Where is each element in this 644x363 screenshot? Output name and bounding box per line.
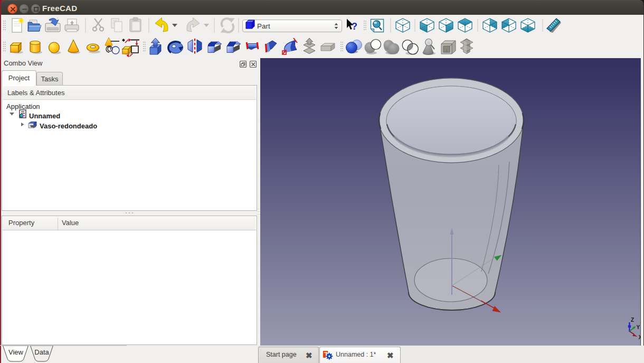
svg-text:Part: Part [257, 22, 270, 30]
svg-text:Z: Z [631, 317, 634, 323]
svg-text:Y: Y [637, 324, 640, 330]
svg-text:X: X [639, 334, 641, 340]
svg-text:?: ? [352, 21, 357, 32]
